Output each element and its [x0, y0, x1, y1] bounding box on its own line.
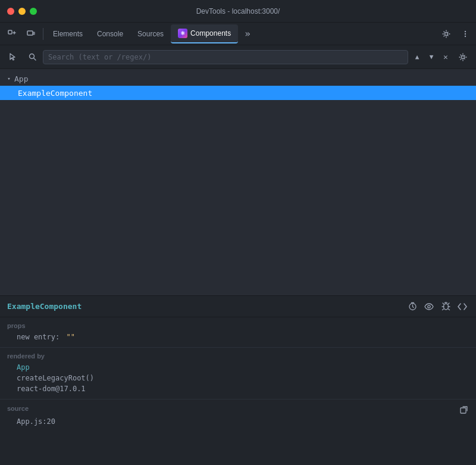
svg-point-12: [443, 304, 448, 310]
prop-row-new-entry: new entry : "": [7, 332, 469, 342]
rendered-create-legacy-text: createLegacyRoot(): [17, 374, 94, 382]
component-header-name: ExampleComponent: [7, 302, 82, 311]
svg-rect-2: [33, 32, 35, 35]
search-next-button[interactable]: ▼: [425, 51, 438, 64]
bottom-panel: ExampleComponent: [0, 296, 476, 465]
props-section: props new entry : "": [0, 317, 476, 348]
svg-rect-13: [461, 408, 466, 413]
tree-item-app[interactable]: ▾ App: [0, 71, 476, 86]
react-devtools-icon: ⚛: [178, 29, 187, 38]
close-button[interactable]: [7, 8, 14, 15]
svg-point-10: [409, 304, 416, 310]
tabs-right-icons: [438, 26, 474, 42]
traffic-lights: [7, 8, 37, 15]
source-label: source: [7, 405, 29, 412]
tabs-divider: [43, 28, 43, 40]
svg-rect-0: [8, 30, 12, 34]
source-value[interactable]: App.js:20: [7, 417, 469, 426]
search-prev-button[interactable]: ▲: [411, 51, 424, 64]
tab-elements[interactable]: Elements: [46, 24, 90, 43]
svg-rect-1: [27, 31, 33, 35]
rendered-by-label: rendered by: [7, 352, 469, 360]
svg-point-9: [462, 55, 465, 58]
devtools-settings-button[interactable]: [438, 26, 455, 42]
rendered-by-react-dom: react-dom@17.0.1: [7, 383, 469, 394]
tree-item-example-component[interactable]: ExampleComponent: [0, 86, 476, 100]
device-mode-button[interactable]: [21, 24, 40, 43]
minimize-button[interactable]: [18, 8, 26, 15]
source-section: source App.js:20: [0, 400, 476, 430]
component-header-icons: [406, 300, 469, 313]
svg-point-5: [465, 33, 466, 34]
devtools-more-button[interactable]: [457, 26, 474, 42]
search-bar: ▲ ▼ ✕: [0, 45, 476, 69]
tree-toggle-app: ▾: [5, 74, 13, 83]
rendered-app-link[interactable]: App: [17, 363, 30, 372]
prop-colon: :: [55, 333, 64, 341]
search-input[interactable]: [43, 50, 408, 64]
inspect-element-button[interactable]: [2, 24, 21, 43]
prop-value[interactable]: "": [66, 333, 74, 341]
timer-icon-button[interactable]: [406, 300, 419, 313]
maximize-button[interactable]: [30, 8, 37, 15]
search-settings-button[interactable]: [455, 49, 471, 65]
tab-console[interactable]: Console: [90, 24, 130, 43]
rendered-react-dom-text: react-dom@17.0.1: [17, 385, 86, 393]
search-icon: [24, 49, 40, 65]
source-header: source: [7, 404, 469, 415]
search-cursor-button[interactable]: [5, 49, 21, 65]
eye-icon-button[interactable]: [422, 300, 436, 313]
bug-icon-button[interactable]: [439, 300, 452, 313]
source-open-icon[interactable]: [458, 404, 469, 415]
prop-key: new entry: [17, 333, 55, 341]
rendered-by-create-legacy: createLegacyRoot(): [7, 373, 469, 383]
tab-components[interactable]: ⚛ Components: [171, 24, 238, 43]
code-icon-button[interactable]: [456, 300, 469, 313]
search-nav-buttons: ▲ ▼ ✕: [411, 51, 452, 64]
rendered-by-section: rendered by App createLegacyRoot() react…: [0, 348, 476, 400]
tree-item-app-label: App: [14, 74, 28, 83]
svg-point-11: [428, 305, 430, 307]
props-label: props: [7, 322, 469, 329]
svg-point-7: [29, 54, 34, 59]
tree-item-example-component-label: ExampleComponent: [18, 89, 92, 98]
svg-line-8: [33, 58, 36, 61]
component-tree: ▾ App ExampleComponent: [0, 69, 476, 295]
titlebar-title: DevTools - localhost:3000/: [196, 7, 280, 15]
rendered-by-app[interactable]: App: [7, 362, 469, 373]
tab-sources[interactable]: Sources: [130, 24, 171, 43]
search-close-button[interactable]: ✕: [439, 51, 452, 64]
svg-point-4: [465, 30, 466, 32]
tabs-bar: Elements Console Sources ⚛ Components »: [0, 23, 476, 45]
svg-point-3: [445, 32, 448, 35]
svg-point-6: [465, 35, 466, 36]
component-header: ExampleComponent: [0, 296, 476, 317]
titlebar: DevTools - localhost:3000/: [0, 0, 476, 23]
tabs-overflow-button[interactable]: »: [238, 24, 257, 43]
